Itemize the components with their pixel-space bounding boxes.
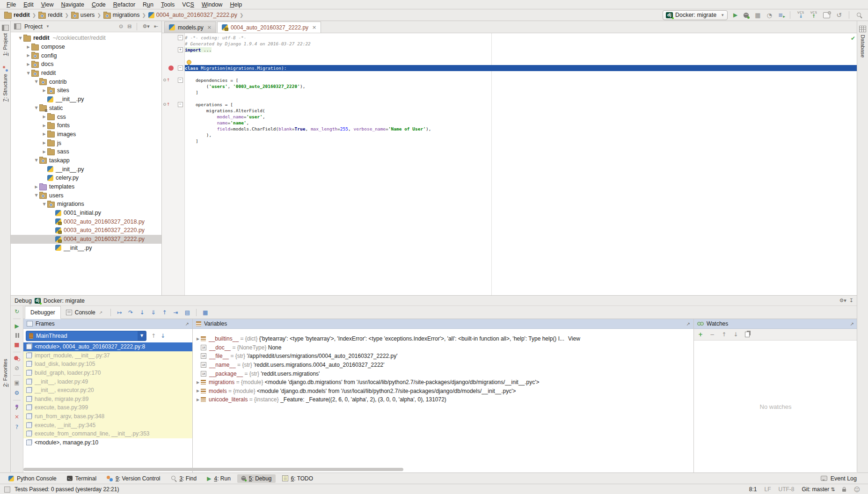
- tree-item[interactable]: ▼reddit: [11, 69, 161, 78]
- restore-layout-button[interactable]: ▣: [14, 379, 19, 386]
- hector-inspector-icon[interactable]: ☺: [853, 486, 860, 493]
- menu-refactor[interactable]: Refactor: [109, 1, 139, 8]
- editor-tab[interactable]: 0004_auto_20160327_2222.py×: [217, 22, 321, 33]
- tree-toggle-icon[interactable]: ▼: [17, 36, 23, 40]
- code-line[interactable]: model_name='user',: [185, 114, 857, 120]
- vcs-commit-button[interactable]: VCS↑: [810, 11, 817, 19]
- settings-button[interactable]: ⚙▾: [142, 24, 149, 29]
- remove-watch-button[interactable]: −: [710, 331, 715, 338]
- frame-row[interactable]: __init__, loader.py:49: [23, 377, 192, 386]
- fold-toggle-icon[interactable]: −: [178, 102, 183, 107]
- tree-item[interactable]: ▶docs: [11, 60, 161, 69]
- code-line[interactable]: [185, 71, 857, 77]
- tree-toggle-icon[interactable]: ▶: [25, 45, 31, 49]
- debug-button[interactable]: [744, 13, 749, 18]
- mute-breakpoints-button[interactable]: ⊘: [15, 365, 19, 371]
- toolwindow-button-3-find[interactable]: 3: Find: [167, 474, 201, 483]
- tree-toggle-icon[interactable]: ▶: [41, 115, 47, 119]
- tree-toggle-icon[interactable]: ▼: [33, 193, 39, 197]
- chevron-down-icon[interactable]: ▼: [138, 331, 146, 341]
- code-area[interactable]: # -*- coding: utf-8 -*-# Generated by Dj…: [185, 33, 857, 295]
- stop-button[interactable]: ■: [14, 341, 19, 348]
- frame-row[interactable]: execute_from_command_line, __init__.py:3…: [23, 429, 192, 438]
- collapse-all-button[interactable]: ⊟: [127, 24, 131, 29]
- step-over-button[interactable]: ↷: [125, 309, 136, 316]
- menu-edit[interactable]: Edit: [20, 1, 37, 8]
- frame-row[interactable]: build_graph, loader.py:170: [23, 369, 192, 378]
- frame-row[interactable]: <module>, 0004_auto_20160327_2222.py:8: [23, 342, 192, 351]
- toolwindow-button-python-console[interactable]: Python Console: [5, 474, 60, 483]
- add-watch-button[interactable]: +: [698, 331, 703, 338]
- expand-icon[interactable]: ▶: [195, 337, 201, 341]
- settings-button[interactable]: ⚙: [15, 390, 20, 396]
- tree-toggle-icon[interactable]: ▶: [33, 185, 39, 189]
- float-panel-icon[interactable]: ↗: [185, 321, 189, 327]
- tree-toggle-icon[interactable]: ▶: [41, 124, 47, 128]
- intention-bulb-icon[interactable]: [187, 60, 191, 65]
- readonly-lock-icon[interactable]: [842, 489, 846, 492]
- close-tab-icon[interactable]: ×: [312, 24, 316, 30]
- code-line[interactable]: ),: [185, 132, 857, 138]
- tree-item[interactable]: 0002_auto_20160327_2018.py: [11, 217, 161, 226]
- move-watch-down-button[interactable]: ↓: [733, 331, 738, 338]
- fold-toggle-icon[interactable]: −: [178, 35, 183, 40]
- frame-row[interactable]: __init__, executor.py:20: [23, 386, 192, 395]
- previous-frame-button[interactable]: ↑: [151, 333, 156, 339]
- breadcrumb-item[interactable]: migrations: [103, 12, 140, 19]
- float-panel-icon[interactable]: ↗: [850, 321, 854, 327]
- tree-toggle-icon[interactable]: ▶: [41, 132, 47, 136]
- float-panel-icon[interactable]: ↗: [686, 321, 690, 327]
- toolwindow-button-6-todo[interactable]: 6: TODO: [278, 474, 317, 483]
- resume-button[interactable]: ▶: [15, 323, 19, 329]
- thread-selector[interactable]: MainThread ▼: [26, 331, 146, 341]
- tool-stripe-database[interactable]: Database: [857, 26, 868, 58]
- breadcrumb-item[interactable]: 0004_auto_20160327_2222.py: [148, 12, 238, 18]
- code-line[interactable]: migrations.AlterField(: [185, 108, 857, 114]
- tree-item[interactable]: ▼static: [11, 104, 161, 113]
- variable-row[interactable]: ▶__builtins__ = {dict} {'bytearray': <ty…: [193, 334, 693, 343]
- variable-row[interactable]: ▶unicode_literals = {instance} _Feature:…: [193, 395, 693, 404]
- tree-item[interactable]: ▼users: [11, 191, 161, 200]
- menu-help[interactable]: Help: [226, 1, 246, 8]
- code-line[interactable]: dependencies = [: [185, 77, 857, 83]
- rerun-button[interactable]: ↻: [15, 308, 19, 315]
- frame-row[interactable]: load_disk, loader.py:105: [23, 360, 192, 369]
- variable-row[interactable]: 18__doc__ = {NoneType} None: [193, 343, 693, 352]
- git-branch-widget[interactable]: Git: master ⇅: [802, 486, 835, 493]
- menu-window[interactable]: Window: [198, 1, 226, 8]
- tree-toggle-icon[interactable]: ▼: [33, 158, 39, 162]
- code-line[interactable]: [185, 59, 857, 65]
- tree-item[interactable]: ▼contrib: [11, 77, 161, 86]
- tree-item[interactable]: ▶sass: [11, 147, 161, 156]
- tree-item[interactable]: ▶compose: [11, 43, 161, 51]
- tree-toggle-icon[interactable]: ▶: [41, 141, 47, 145]
- code-line[interactable]: field=models.CharField(blank=True, max_l…: [185, 126, 857, 132]
- code-line[interactable]: name='name',: [185, 120, 857, 126]
- help-button[interactable]: ?: [15, 424, 18, 430]
- toolwindow-button-terminal[interactable]: >_Terminal: [63, 474, 100, 483]
- frame-row[interactable]: handle, migrate.py:89: [23, 395, 192, 404]
- tool-window-quick-access-icon[interactable]: [4, 487, 10, 493]
- frame-row[interactable]: execute, base.py:399: [23, 403, 192, 412]
- coverage-button[interactable]: ▦: [755, 12, 760, 18]
- tree-item[interactable]: 0001_initial.py: [11, 209, 161, 218]
- gutter-change-icon[interactable]: ↑: [163, 78, 170, 82]
- menu-file[interactable]: File: [3, 1, 20, 8]
- tree-item[interactable]: __init__.py: [11, 165, 161, 174]
- tree-item[interactable]: ▼reddit~/cookiecutter/reddit: [11, 34, 161, 43]
- toolwindow-button-9-version-control[interactable]: 9: Version Control: [103, 474, 164, 483]
- evaluate-expression-button[interactable]: ▤: [182, 309, 193, 316]
- expand-icon[interactable]: ▶: [195, 380, 201, 385]
- tree-toggle-icon[interactable]: ▶: [25, 62, 31, 66]
- hide-panel-button[interactable]: ⇤: [154, 24, 158, 29]
- file-encoding[interactable]: UTF-8: [779, 486, 795, 493]
- step-into-button[interactable]: ↓: [136, 309, 147, 316]
- run-to-cursor-button[interactable]: ⇥: [170, 309, 182, 316]
- debug-settings-icon[interactable]: ⚙▾: [839, 298, 846, 303]
- variable-row[interactable]: 18__file__ = {str} '/app/reddit/users/mi…: [193, 352, 693, 361]
- run-with-coverage-button[interactable]: ≡: [778, 12, 783, 18]
- variable-row[interactable]: 18__name__ = {str} 'reddit.users.migrati…: [193, 361, 693, 370]
- fold-toggle-icon[interactable]: −: [178, 65, 183, 71]
- pin-button[interactable]: [15, 404, 20, 410]
- show-execution-point-button[interactable]: ↦: [114, 309, 125, 316]
